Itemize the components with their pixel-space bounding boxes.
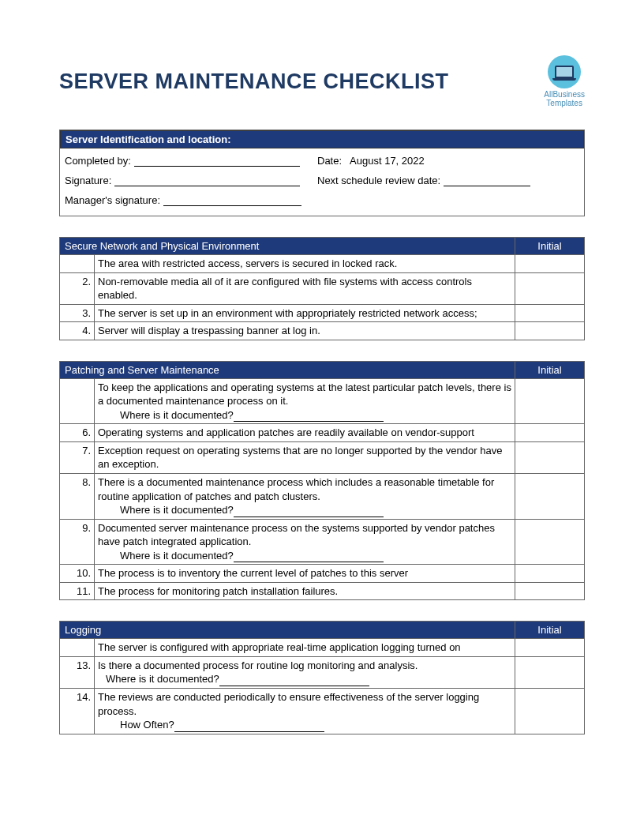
section-table: Secure Network and Physical EnvironmentI… <box>59 237 585 340</box>
info-header: Server Identification and location: <box>60 130 584 148</box>
row-text: The server is configured with appropriat… <box>95 639 515 657</box>
table-row: 6.Operating systems and application patc… <box>60 424 585 442</box>
row-number: 14. <box>60 689 95 734</box>
signature-field[interactable] <box>114 175 300 186</box>
date-value: August 17, 2022 <box>350 155 425 167</box>
row-number <box>60 255 95 273</box>
initial-header: Initial <box>515 622 585 639</box>
initial-cell[interactable] <box>515 304 585 322</box>
section-table: Patching and Server MaintenanceInitialTo… <box>59 361 585 601</box>
initial-cell[interactable] <box>515 322 585 340</box>
table-row: The server is configured with appropriat… <box>60 639 585 657</box>
initial-cell[interactable] <box>515 255 585 273</box>
completed-by-label: Completed by: <box>65 155 131 167</box>
section-title: Patching and Server Maintenance <box>60 361 515 378</box>
info-block: Server Identification and location: Comp… <box>59 130 585 216</box>
row-number: 11. <box>60 582 95 600</box>
row-number: 9. <box>60 519 95 565</box>
initial-cell[interactable] <box>515 272 585 304</box>
table-row: 13.Is there a documented process for rou… <box>60 656 585 688</box>
date-label: Date: <box>317 155 342 167</box>
initial-cell[interactable] <box>515 378 585 424</box>
row-text: There is a documented maintenance proces… <box>95 474 515 520</box>
laptop-icon <box>548 55 581 88</box>
section-table: LoggingInitialThe server is configured w… <box>59 621 585 734</box>
manager-sig-label: Manager's signature: <box>65 194 160 206</box>
row-number: 4. <box>60 322 95 340</box>
completed-by-field[interactable] <box>134 156 300 167</box>
initial-cell[interactable] <box>515 656 585 688</box>
row-text: Non-removable media all of it are config… <box>95 272 515 304</box>
initial-header: Initial <box>515 238 585 255</box>
row-text: Operating systems and application patche… <box>95 424 515 442</box>
row-number: 8. <box>60 474 95 520</box>
row-text: The server is set up in an environment w… <box>95 304 515 322</box>
row-text: Documented server maintenance process on… <box>95 519 515 565</box>
table-row: 4.Server will display a trespassing bann… <box>60 322 585 340</box>
sub-field[interactable] <box>174 723 324 732</box>
initial-cell[interactable] <box>515 639 585 657</box>
row-text: Exception request on operating systems t… <box>95 441 515 473</box>
table-row: 2.Non-removable media all of it are conf… <box>60 272 585 304</box>
row-text: The process for monitoring patch install… <box>95 582 515 600</box>
row-subline: How Often? <box>98 718 511 732</box>
initial-cell[interactable] <box>515 441 585 473</box>
table-row: To keep the applications and operating s… <box>60 378 585 424</box>
section-title: Secure Network and Physical Environment <box>60 238 515 255</box>
initial-header: Initial <box>515 361 585 378</box>
signature-label: Signature: <box>65 175 111 186</box>
initial-cell[interactable] <box>515 474 585 520</box>
table-row: The area with restricted access, servers… <box>60 255 585 273</box>
section-title: Logging <box>60 622 515 639</box>
sub-field[interactable] <box>219 677 369 686</box>
row-number: 6. <box>60 424 95 442</box>
initial-cell[interactable] <box>515 582 585 600</box>
row-text: The area with restricted access, servers… <box>95 255 515 273</box>
row-number <box>60 639 95 657</box>
table-row: 7.Exception request on operating systems… <box>60 441 585 473</box>
row-number: 3. <box>60 304 95 322</box>
table-row: 8.There is a documented maintenance proc… <box>60 474 585 520</box>
table-row: 14.The reviews are conducted periodicall… <box>60 689 585 734</box>
sub-field[interactable] <box>234 412 384 422</box>
row-text: The process is to inventory the current … <box>95 565 515 583</box>
initial-cell[interactable] <box>515 519 585 565</box>
row-subline: Where is it documented? <box>98 672 511 686</box>
header-row: SERVER MAINTENANCE CHECKLIST AllBusiness… <box>59 55 585 107</box>
initial-cell[interactable] <box>515 689 585 734</box>
logo-text-1: AllBusiness <box>544 90 585 99</box>
row-number: 10. <box>60 565 95 583</box>
row-number: 2. <box>60 272 95 304</box>
row-number <box>60 378 95 424</box>
table-row: 10.The process is to inventory the curre… <box>60 565 585 583</box>
logo-text-2: Templates <box>544 99 585 107</box>
table-row: 9.Documented server maintenance process … <box>60 519 585 565</box>
row-text: Server will display a trespassing banner… <box>95 322 515 340</box>
manager-sig-field[interactable] <box>163 195 301 206</box>
row-subline: Where is it documented? <box>98 408 511 423</box>
page-title: SERVER MAINTENANCE CHECKLIST <box>59 70 449 94</box>
row-text: To keep the applications and operating s… <box>95 378 515 424</box>
row-text: Is there a documented process for routin… <box>95 656 515 688</box>
row-number: 13. <box>60 656 95 688</box>
next-review-field[interactable] <box>444 175 530 186</box>
next-review-label: Next schedule review date: <box>317 175 440 186</box>
row-text: The reviews are conducted periodically t… <box>95 689 515 734</box>
row-subline: Where is it documented? <box>98 503 511 517</box>
logo: AllBusiness Templates <box>544 55 585 107</box>
initial-cell[interactable] <box>515 565 585 583</box>
table-row: 3.The server is set up in an environment… <box>60 304 585 322</box>
sub-field[interactable] <box>234 553 384 562</box>
row-number: 7. <box>60 441 95 473</box>
sub-field[interactable] <box>234 508 384 517</box>
initial-cell[interactable] <box>515 424 585 442</box>
row-subline: Where is it documented? <box>98 549 511 563</box>
table-row: 11.The process for monitoring patch inst… <box>60 582 585 600</box>
